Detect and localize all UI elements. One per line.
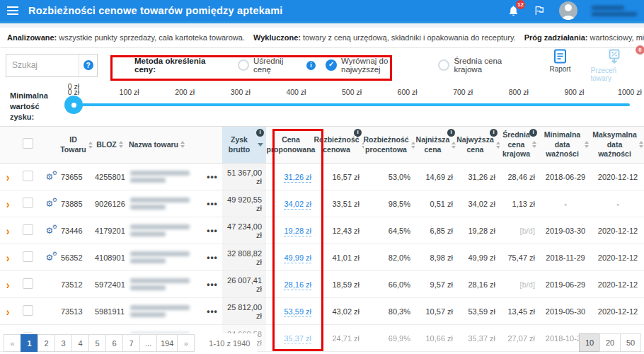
row-menu-button[interactable]: ••• [207, 226, 218, 236]
col-header-select-all[interactable] [16, 127, 40, 164]
table-header-row: ID Towaru BLOZ Nazwa towaru Zysk brutto … [0, 127, 644, 164]
page-button[interactable]: 5 [88, 334, 106, 352]
cell-highest-price: 28,16 zł [457, 271, 500, 298]
info-icon[interactable] [490, 129, 498, 137]
tick-label: 200 zł [163, 88, 206, 96]
sort-icon[interactable] [88, 142, 93, 149]
radio-match-highest[interactable]: Wyrównaj do najwyższej [326, 57, 428, 74]
page-button[interactable]: 1 [21, 334, 38, 352]
col-header-lowest-price[interactable]: Najniższa cena [415, 127, 457, 164]
info-icon[interactable] [447, 129, 455, 137]
discount-items-button[interactable]: 0 Przeceń towary [590, 49, 638, 82]
row-checkbox[interactable] [23, 251, 33, 262]
cell-price-discrepancy: 33,51 zł [316, 190, 364, 217]
tick-label: 900 zł [553, 88, 595, 96]
gears-icon[interactable] [44, 172, 55, 182]
col-header-min-expiry[interactable]: Minimalna data ważności [539, 127, 592, 164]
proposed-price-link[interactable]: 49,99 zł [284, 253, 311, 263]
row-checkbox[interactable] [23, 198, 33, 208]
proposed-price-link[interactable]: 19,28 zł [284, 227, 311, 236]
col-header-gross-profit[interactable]: Zysk brutto [222, 127, 266, 164]
select-all-checkbox[interactable] [23, 138, 33, 149]
menu-icon[interactable] [7, 6, 18, 15]
gears-icon[interactable] [44, 226, 55, 236]
col-header-price-discrepancy[interactable]: Rozbieżność cenowa [316, 127, 364, 164]
cell-min-expiry: 2019-05-30 [539, 298, 592, 325]
search-input[interactable] [6, 55, 79, 76]
row-checkbox[interactable] [23, 278, 33, 289]
sort-icon[interactable] [532, 141, 536, 148]
radio-label: Średnia cena krajowa [454, 57, 531, 74]
page-button[interactable]: 2 [38, 334, 55, 352]
page-size-button[interactable]: 20 [599, 333, 621, 352]
page-button[interactable]: 6 [105, 334, 123, 352]
expand-chevron-icon[interactable]: › [6, 304, 10, 319]
col-header-name[interactable]: Nazwa towaru [126, 127, 202, 164]
col-header-highest-price[interactable]: Najwyższa cena [457, 127, 500, 164]
proposed-price-link[interactable]: 31,26 zł [284, 173, 311, 183]
row-menu-button[interactable]: ••• [207, 199, 218, 209]
gears-icon[interactable] [44, 253, 55, 263]
col-header-max-expiry[interactable]: Maksymalna data ważności [592, 127, 644, 164]
col-header-actions [202, 127, 222, 164]
expand-chevron-icon[interactable]: › [6, 170, 10, 184]
slider-track[interactable] [74, 103, 630, 106]
info-icon[interactable] [529, 129, 537, 137]
col-header-id[interactable]: ID Towaru [59, 127, 93, 164]
search-help-button[interactable] [79, 55, 97, 76]
notifications-button[interactable]: 12 [507, 4, 519, 17]
info-icon[interactable] [256, 129, 264, 137]
proposed-price-link[interactable]: 53,59 zł [284, 307, 311, 317]
expand-chevron-icon[interactable]: › [6, 251, 10, 265]
expand-chevron-icon[interactable]: › [6, 224, 10, 238]
page-button[interactable]: 4 [71, 334, 89, 352]
page-button[interactable]: ... [139, 334, 157, 352]
sort-icon[interactable] [119, 141, 123, 148]
min-profit-slider[interactable]: 0 zł 0 zł 100 zł 200 zł 300 zł 400 zł 50… [74, 84, 630, 126]
page-size-button[interactable]: 10 [579, 333, 600, 352]
proposed-price-link[interactable]: 35,37 zł [284, 334, 311, 344]
info-icon[interactable] [306, 61, 316, 70]
sort-icon[interactable] [452, 142, 456, 149]
row-checkbox[interactable] [23, 171, 33, 181]
slider-thumb[interactable] [64, 96, 83, 114]
col-header-proposed-price[interactable]: Cena proponowana [266, 127, 316, 164]
tick-label: 1000 zł [609, 88, 644, 96]
radio-average-price[interactable]: Uśrednij cenę [238, 57, 316, 74]
cell-max-expiry: 2020-12-12 [592, 244, 644, 271]
col-header-national-avg-price[interactable]: Średnia cena krajowa [500, 127, 539, 164]
page-button[interactable]: » [177, 334, 195, 352]
report-button[interactable]: Raport [549, 49, 570, 73]
row-checkbox[interactable] [23, 224, 33, 235]
row-menu-button[interactable]: ••• [207, 307, 218, 316]
info-icon[interactable] [354, 129, 362, 137]
row-menu-button[interactable]: ••• [207, 172, 218, 182]
cell-price-discrepancy: 16,57 zł [316, 164, 364, 190]
col-header-percent-discrepancy[interactable]: Rozbieżność procentowa [364, 127, 415, 164]
sort-icon[interactable] [639, 141, 643, 148]
sort-icon[interactable] [180, 141, 185, 148]
page-button[interactable]: 3 [54, 334, 72, 352]
sort-icon[interactable] [585, 141, 589, 148]
col-label: Rozbieżność cenowa [314, 135, 359, 154]
cell-expand: › [0, 298, 16, 325]
page-size-button[interactable]: 50 [620, 333, 641, 352]
row-checkbox[interactable] [23, 305, 33, 316]
col-header-bloz[interactable]: BLOZ [93, 127, 126, 164]
col-label: Nazwa towaru [129, 140, 178, 150]
flag-button[interactable] [534, 5, 545, 16]
pagination-range: 1-10 z 1940 [205, 336, 254, 350]
radio-national-average[interactable]: Średnia cena krajowa [438, 57, 531, 74]
user-avatar[interactable] [559, 1, 577, 20]
page-button[interactable]: 7 [122, 334, 140, 352]
page-button[interactable]: « [4, 334, 21, 352]
row-menu-button[interactable]: ••• [207, 280, 218, 290]
expand-chevron-icon[interactable]: › [6, 197, 10, 211]
gears-icon[interactable] [44, 199, 55, 209]
proposed-price-link[interactable]: 34,02 zł [284, 200, 311, 210]
page-button[interactable]: 194 [156, 334, 178, 352]
cell-gross-profit: 51 367,00 zł [222, 164, 266, 190]
proposed-price-link[interactable]: 28,16 zł [284, 280, 311, 290]
row-menu-button[interactable]: ••• [207, 253, 218, 263]
expand-chevron-icon[interactable]: › [6, 278, 10, 292]
